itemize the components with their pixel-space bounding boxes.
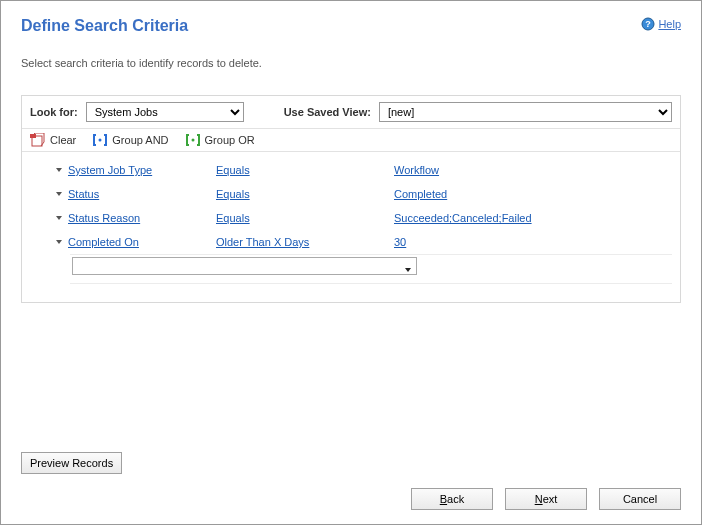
saved-view-label: Use Saved View:	[284, 106, 371, 118]
row-menu-chevron[interactable]	[50, 238, 68, 246]
back-button[interactable]: Back	[411, 488, 493, 510]
criteria-list: System Job Type Equals Workflow Status E…	[22, 152, 680, 302]
criteria-operator-link[interactable]: Older Than X Days	[216, 236, 309, 248]
help-label: Help	[658, 18, 681, 30]
criteria-field-link[interactable]: Status Reason	[68, 212, 140, 224]
criteria-value-link[interactable]: Succeeded;Canceled;Failed	[394, 212, 532, 224]
group-and-button[interactable]: Group AND	[92, 133, 168, 147]
page-title: Define Search Criteria	[21, 17, 188, 35]
criteria-toolbar: Clear Group AND Group OR	[22, 129, 680, 152]
clear-label: Clear	[50, 134, 76, 146]
svg-text:?: ?	[646, 19, 652, 29]
cancel-button[interactable]: Cancel	[599, 488, 681, 510]
row-menu-chevron[interactable]	[50, 190, 68, 198]
preview-area: Preview Records	[21, 452, 122, 474]
group-or-button[interactable]: Group OR	[185, 133, 255, 147]
divider	[2, 481, 700, 482]
group-or-icon	[185, 133, 201, 147]
chevron-down-icon	[404, 263, 412, 277]
header: Define Search Criteria ? Help	[21, 17, 681, 35]
preview-records-button[interactable]: Preview Records	[21, 452, 122, 474]
criteria-row: Status Reason Equals Succeeded;Canceled;…	[22, 206, 680, 230]
group-and-icon	[92, 133, 108, 147]
criteria-row: System Job Type Equals Workflow	[22, 158, 680, 182]
help-icon: ?	[641, 17, 655, 31]
svg-rect-3	[30, 134, 36, 138]
criteria-value-link[interactable]: 30	[394, 236, 406, 248]
criteria-field-link[interactable]: Status	[68, 188, 99, 200]
next-button[interactable]: Next	[505, 488, 587, 510]
criteria-field-link[interactable]: Completed On	[68, 236, 139, 248]
criteria-operator-link[interactable]: Equals	[216, 188, 250, 200]
top-filter-row: Look for: System Jobs Use Saved View: [n…	[22, 96, 680, 129]
row-menu-chevron[interactable]	[50, 214, 68, 222]
clear-icon	[30, 133, 46, 147]
add-criteria-row	[22, 255, 680, 283]
criteria-row: Completed On Older Than X Days 30	[22, 230, 680, 254]
define-search-criteria-window: Define Search Criteria ? Help Select sea…	[0, 0, 702, 525]
criteria-operator-link[interactable]: Equals	[216, 164, 250, 176]
svg-point-4	[99, 139, 102, 142]
footer-actions: Back Next Cancel	[411, 488, 681, 510]
criteria-field-link[interactable]: System Job Type	[68, 164, 152, 176]
divider	[70, 283, 672, 284]
look-for-select[interactable]: System Jobs	[86, 102, 244, 122]
criteria-value-link[interactable]: Completed	[394, 188, 447, 200]
saved-view-select[interactable]: [new]	[379, 102, 672, 122]
criteria-operator-link[interactable]: Equals	[216, 212, 250, 224]
subtitle: Select search criteria to identify recor…	[21, 57, 681, 69]
criteria-panel: Look for: System Jobs Use Saved View: [n…	[21, 95, 681, 303]
help-link[interactable]: ? Help	[641, 17, 681, 31]
row-menu-chevron[interactable]	[50, 166, 68, 174]
group-and-label: Group AND	[112, 134, 168, 146]
clear-button[interactable]: Clear	[30, 133, 76, 147]
svg-point-5	[191, 139, 194, 142]
criteria-value-link[interactable]: Workflow	[394, 164, 439, 176]
look-for-label: Look for:	[30, 106, 78, 118]
group-or-label: Group OR	[205, 134, 255, 146]
criteria-row: Status Equals Completed	[22, 182, 680, 206]
add-criteria-select[interactable]	[72, 257, 417, 275]
